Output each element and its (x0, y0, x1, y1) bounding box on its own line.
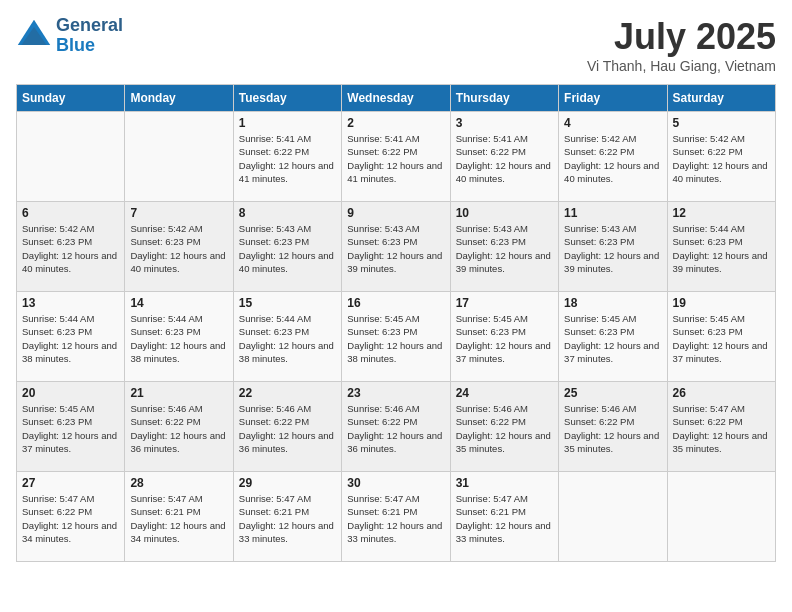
calendar-body: 1Sunrise: 5:41 AM Sunset: 6:22 PM Daylig… (17, 112, 776, 562)
day-number: 16 (347, 296, 444, 310)
calendar-cell: 30Sunrise: 5:47 AM Sunset: 6:21 PM Dayli… (342, 472, 450, 562)
header-day-sunday: Sunday (17, 85, 125, 112)
calendar-cell: 26Sunrise: 5:47 AM Sunset: 6:22 PM Dayli… (667, 382, 775, 472)
day-info: Sunrise: 5:45 AM Sunset: 6:23 PM Dayligh… (456, 312, 553, 365)
day-info: Sunrise: 5:46 AM Sunset: 6:22 PM Dayligh… (239, 402, 336, 455)
calendar-cell: 4Sunrise: 5:42 AM Sunset: 6:22 PM Daylig… (559, 112, 667, 202)
day-info: Sunrise: 5:42 AM Sunset: 6:23 PM Dayligh… (130, 222, 227, 275)
day-info: Sunrise: 5:42 AM Sunset: 6:23 PM Dayligh… (22, 222, 119, 275)
header-day-saturday: Saturday (667, 85, 775, 112)
logo-text-general: General (56, 16, 123, 36)
day-info: Sunrise: 5:44 AM Sunset: 6:23 PM Dayligh… (130, 312, 227, 365)
day-number: 18 (564, 296, 661, 310)
logo-text-blue: Blue (56, 36, 123, 56)
calendar-cell: 13Sunrise: 5:44 AM Sunset: 6:23 PM Dayli… (17, 292, 125, 382)
day-number: 11 (564, 206, 661, 220)
day-number: 25 (564, 386, 661, 400)
logo-icon (16, 18, 52, 54)
header-day-wednesday: Wednesday (342, 85, 450, 112)
location-text: Vi Thanh, Hau Giang, Vietnam (587, 58, 776, 74)
day-number: 23 (347, 386, 444, 400)
day-info: Sunrise: 5:43 AM Sunset: 6:23 PM Dayligh… (347, 222, 444, 275)
calendar-cell: 25Sunrise: 5:46 AM Sunset: 6:22 PM Dayli… (559, 382, 667, 472)
day-info: Sunrise: 5:44 AM Sunset: 6:23 PM Dayligh… (239, 312, 336, 365)
calendar-cell: 5Sunrise: 5:42 AM Sunset: 6:22 PM Daylig… (667, 112, 775, 202)
header-day-friday: Friday (559, 85, 667, 112)
week-row-2: 13Sunrise: 5:44 AM Sunset: 6:23 PM Dayli… (17, 292, 776, 382)
calendar-cell: 31Sunrise: 5:47 AM Sunset: 6:21 PM Dayli… (450, 472, 558, 562)
day-number: 3 (456, 116, 553, 130)
day-info: Sunrise: 5:45 AM Sunset: 6:23 PM Dayligh… (673, 312, 770, 365)
day-number: 12 (673, 206, 770, 220)
day-info: Sunrise: 5:44 AM Sunset: 6:23 PM Dayligh… (673, 222, 770, 275)
day-info: Sunrise: 5:46 AM Sunset: 6:22 PM Dayligh… (564, 402, 661, 455)
calendar-header: SundayMondayTuesdayWednesdayThursdayFrid… (17, 85, 776, 112)
day-info: Sunrise: 5:47 AM Sunset: 6:21 PM Dayligh… (130, 492, 227, 545)
calendar-cell: 14Sunrise: 5:44 AM Sunset: 6:23 PM Dayli… (125, 292, 233, 382)
calendar-cell: 22Sunrise: 5:46 AM Sunset: 6:22 PM Dayli… (233, 382, 341, 472)
day-number: 1 (239, 116, 336, 130)
calendar-cell: 28Sunrise: 5:47 AM Sunset: 6:21 PM Dayli… (125, 472, 233, 562)
header-row: SundayMondayTuesdayWednesdayThursdayFrid… (17, 85, 776, 112)
day-number: 9 (347, 206, 444, 220)
day-info: Sunrise: 5:47 AM Sunset: 6:22 PM Dayligh… (673, 402, 770, 455)
calendar-cell: 3Sunrise: 5:41 AM Sunset: 6:22 PM Daylig… (450, 112, 558, 202)
day-number: 26 (673, 386, 770, 400)
day-info: Sunrise: 5:47 AM Sunset: 6:21 PM Dayligh… (239, 492, 336, 545)
week-row-0: 1Sunrise: 5:41 AM Sunset: 6:22 PM Daylig… (17, 112, 776, 202)
day-info: Sunrise: 5:43 AM Sunset: 6:23 PM Dayligh… (564, 222, 661, 275)
calendar-cell: 7Sunrise: 5:42 AM Sunset: 6:23 PM Daylig… (125, 202, 233, 292)
day-number: 20 (22, 386, 119, 400)
day-number: 19 (673, 296, 770, 310)
calendar-cell: 10Sunrise: 5:43 AM Sunset: 6:23 PM Dayli… (450, 202, 558, 292)
day-number: 10 (456, 206, 553, 220)
day-number: 8 (239, 206, 336, 220)
week-row-4: 27Sunrise: 5:47 AM Sunset: 6:22 PM Dayli… (17, 472, 776, 562)
day-info: Sunrise: 5:46 AM Sunset: 6:22 PM Dayligh… (130, 402, 227, 455)
day-info: Sunrise: 5:41 AM Sunset: 6:22 PM Dayligh… (456, 132, 553, 185)
calendar-cell: 19Sunrise: 5:45 AM Sunset: 6:23 PM Dayli… (667, 292, 775, 382)
day-info: Sunrise: 5:44 AM Sunset: 6:23 PM Dayligh… (22, 312, 119, 365)
day-info: Sunrise: 5:42 AM Sunset: 6:22 PM Dayligh… (673, 132, 770, 185)
calendar-cell: 11Sunrise: 5:43 AM Sunset: 6:23 PM Dayli… (559, 202, 667, 292)
day-info: Sunrise: 5:47 AM Sunset: 6:21 PM Dayligh… (456, 492, 553, 545)
calendar-cell: 24Sunrise: 5:46 AM Sunset: 6:22 PM Dayli… (450, 382, 558, 472)
day-number: 5 (673, 116, 770, 130)
day-number: 14 (130, 296, 227, 310)
calendar-cell: 17Sunrise: 5:45 AM Sunset: 6:23 PM Dayli… (450, 292, 558, 382)
day-number: 15 (239, 296, 336, 310)
day-info: Sunrise: 5:46 AM Sunset: 6:22 PM Dayligh… (456, 402, 553, 455)
day-number: 13 (22, 296, 119, 310)
calendar-cell (17, 112, 125, 202)
day-info: Sunrise: 5:45 AM Sunset: 6:23 PM Dayligh… (22, 402, 119, 455)
logo: General Blue (16, 16, 123, 56)
header-day-monday: Monday (125, 85, 233, 112)
day-info: Sunrise: 5:43 AM Sunset: 6:23 PM Dayligh… (239, 222, 336, 275)
month-title: July 2025 (587, 16, 776, 58)
title-block: July 2025 Vi Thanh, Hau Giang, Vietnam (587, 16, 776, 74)
calendar-cell: 16Sunrise: 5:45 AM Sunset: 6:23 PM Dayli… (342, 292, 450, 382)
calendar-cell: 2Sunrise: 5:41 AM Sunset: 6:22 PM Daylig… (342, 112, 450, 202)
day-info: Sunrise: 5:45 AM Sunset: 6:23 PM Dayligh… (564, 312, 661, 365)
day-number: 6 (22, 206, 119, 220)
day-info: Sunrise: 5:43 AM Sunset: 6:23 PM Dayligh… (456, 222, 553, 275)
day-info: Sunrise: 5:41 AM Sunset: 6:22 PM Dayligh… (347, 132, 444, 185)
calendar-cell: 23Sunrise: 5:46 AM Sunset: 6:22 PM Dayli… (342, 382, 450, 472)
calendar-cell: 27Sunrise: 5:47 AM Sunset: 6:22 PM Dayli… (17, 472, 125, 562)
day-info: Sunrise: 5:47 AM Sunset: 6:22 PM Dayligh… (22, 492, 119, 545)
day-number: 31 (456, 476, 553, 490)
calendar-cell: 15Sunrise: 5:44 AM Sunset: 6:23 PM Dayli… (233, 292, 341, 382)
day-number: 21 (130, 386, 227, 400)
day-number: 27 (22, 476, 119, 490)
calendar-cell: 18Sunrise: 5:45 AM Sunset: 6:23 PM Dayli… (559, 292, 667, 382)
calendar-cell (559, 472, 667, 562)
calendar-cell: 21Sunrise: 5:46 AM Sunset: 6:22 PM Dayli… (125, 382, 233, 472)
day-number: 7 (130, 206, 227, 220)
day-number: 2 (347, 116, 444, 130)
day-number: 22 (239, 386, 336, 400)
header-day-tuesday: Tuesday (233, 85, 341, 112)
day-number: 30 (347, 476, 444, 490)
calendar-cell: 29Sunrise: 5:47 AM Sunset: 6:21 PM Dayli… (233, 472, 341, 562)
day-number: 24 (456, 386, 553, 400)
calendar-table: SundayMondayTuesdayWednesdayThursdayFrid… (16, 84, 776, 562)
